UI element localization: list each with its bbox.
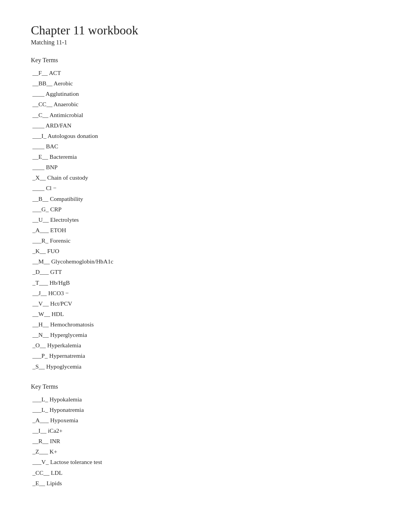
list-item: __U__ Electrolytes <box>31 214 379 225</box>
list-item: ___V_ Lactose tolerance test <box>31 457 379 467</box>
list-item: _S__ Hypoglycemia <box>31 361 379 372</box>
list-item: _K__ FUO <box>31 246 379 256</box>
list-item: __C__ Antimicrobial <box>31 110 379 120</box>
list-item: __V__ Hct/PCV <box>31 298 379 309</box>
list-item: __R__ INR <box>31 436 379 446</box>
list-item: __BB__ Aerobic <box>31 78 379 88</box>
section2-label: Key Terms <box>31 383 379 390</box>
list-item: _D___ GTT <box>31 267 379 277</box>
list-item: ____ BAC <box>31 141 379 151</box>
list-item: __E__ Bacteremia <box>31 151 379 162</box>
section1-term-list: __F__ ACT__BB__ Aerobic ____ Agglutinati… <box>31 68 379 372</box>
list-item: _E__ Lipids <box>31 478 379 488</box>
list-item: ___P_ Hypernatremia <box>31 350 379 361</box>
page-title: Chapter 11 workbook <box>31 23 379 37</box>
list-item: _Z___ K+ <box>31 446 379 457</box>
list-item: __N__ Hyperglycemia <box>31 330 379 340</box>
list-item: __M__ Glycohemoglobin/HbA1c <box>31 256 379 267</box>
list-item: __I__ iCa2+ <box>31 425 379 436</box>
list-item: ___L_ Hypokalemia <box>31 394 379 405</box>
list-item: _O__ Hyperkalemia <box>31 340 379 350</box>
list-item: ___L_ Hyponatremia <box>31 405 379 415</box>
list-item: ____ BNP <box>31 162 379 172</box>
list-item: _A___ ETOH <box>31 225 379 235</box>
list-item: __J__ HCO3 − <box>31 288 379 298</box>
list-item: _A___ Hypoxemia <box>31 415 379 425</box>
list-item: ___G_ CRP <box>31 204 379 214</box>
list-item: __CC__ Anaerobic <box>31 99 379 109</box>
section2-term-list: ___L_ Hypokalemia___L_ Hyponatremia _A__… <box>31 394 379 488</box>
section1-label: Key Terms <box>31 57 379 64</box>
list-item: ____ ARD/FAN <box>31 120 379 131</box>
list-item: ___I_ Autologous donation <box>31 131 379 141</box>
list-item: _T___ Hb/HgB <box>31 277 379 288</box>
list-item: ____ Agglutination <box>31 88 379 99</box>
list-item: __F__ ACT <box>31 68 379 78</box>
subtitle: Matching 11-1 <box>31 39 379 46</box>
list-item: ___R_ Forensic <box>31 235 379 246</box>
list-item: ____ Cl − <box>31 183 379 193</box>
list-item: __H__ Hemochromatosis <box>31 319 379 330</box>
list-item: __W__ HDL <box>31 309 379 319</box>
list-item: __B__ Compatibility <box>31 194 379 204</box>
list-item: _X__ Chain of custody <box>31 172 379 183</box>
list-item: _CC__ LDL <box>31 467 379 478</box>
